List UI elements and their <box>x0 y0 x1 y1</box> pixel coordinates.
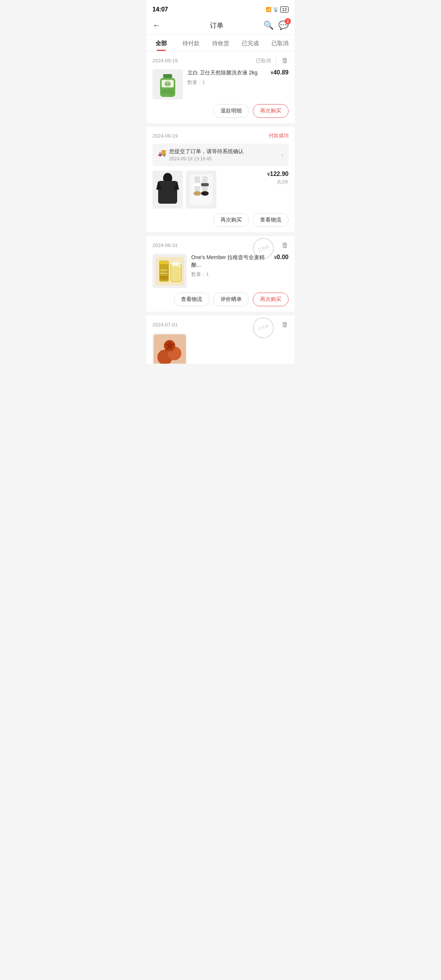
header-actions: 🔍 💬 2 <box>266 21 288 30</box>
svg-rect-16 <box>201 183 209 186</box>
message-badge: 2 <box>285 18 291 24</box>
divider-1 <box>276 58 276 64</box>
svg-text:立白: 立白 <box>165 82 171 86</box>
order-date-3: 2024-08-31 <box>153 242 178 248</box>
svg-rect-15 <box>194 183 201 186</box>
svg-rect-0 <box>163 74 172 78</box>
header: ← 订单 🔍 💬 2 <box>146 17 295 35</box>
svg-point-14 <box>201 191 209 196</box>
delete-button-4[interactable]: 🗑 <box>282 321 288 329</box>
notification-left-2: 🚚 您提交了订单，请等待系统确认 2024-09-19 13:16:45 <box>158 148 244 162</box>
review-button-3[interactable]: 评价晒单 <box>213 293 249 306</box>
order-header-2: 2024-09-19 付款成功 <box>153 132 288 139</box>
tabs-bar: 全部 待付款 待收货 已完成 已取消 <box>146 35 295 51</box>
order-card-2: 2024-09-19 付款成功 🚚 您提交了订单，请等待系统确认 2024-09… <box>146 127 295 232</box>
product-count-2: 共2件 <box>267 179 288 185</box>
svg-text:One's: One's <box>161 269 167 271</box>
svg-text:Member: Member <box>160 272 167 274</box>
logistics-button-2[interactable]: 查看物流 <box>253 213 288 227</box>
product-row-4 <box>153 333 288 364</box>
status-bar: 14:07 📶 📡 13 <box>146 0 295 17</box>
signal-icon: 📶 <box>266 7 271 12</box>
message-icon[interactable]: 💬 2 <box>278 21 288 30</box>
svg-rect-10 <box>190 174 213 205</box>
order-header-1: 2024-09-19 已取消 🗑 <box>153 57 288 65</box>
notification-arrow: › <box>281 152 283 158</box>
notification-content: 您提交了订单，请等待系统确认 2024-09-19 13:16:45 <box>169 148 244 162</box>
orders-list: 2024-09-19 已取消 🗑 立白 立白 卫仕天然除菌 <box>146 51 295 364</box>
order-date-1: 2024-09-19 <box>153 58 178 64</box>
product-price-3: ¥0.00 <box>274 254 288 260</box>
order-header-3: 2024-08-31 已完成 🗑 <box>153 241 288 249</box>
svg-point-25 <box>172 264 175 267</box>
action-buttons-1: 退款明细 再次购买 <box>153 104 288 118</box>
multi-product-images <box>153 170 263 208</box>
delete-button-3[interactable]: 🗑 <box>282 241 288 249</box>
order-date-2: 2024-09-19 <box>153 133 178 139</box>
product-row-3: One's Member One's Member 拉格壹号全麦精酿... 数量… <box>153 254 288 288</box>
delete-button-1[interactable]: 🗑 <box>282 57 288 65</box>
delivery-icon: 🚚 <box>158 149 166 157</box>
order-card-3: 2024-08-31 已完成 🗑 One's Member <box>146 236 295 312</box>
svg-point-27 <box>178 265 181 267</box>
order-header-4: 2024-07-01 已完成 🗑 <box>153 321 288 329</box>
svg-rect-20 <box>160 276 169 280</box>
buy-again-button-3[interactable]: 再次购买 <box>253 293 288 306</box>
product-image-4 <box>153 333 187 364</box>
tab-cancelled[interactable]: 已取消 <box>265 35 295 51</box>
product-image-1: 立白 <box>153 69 183 100</box>
order-card-1: 2024-09-19 已取消 🗑 立白 立白 卫仕天然除菌 <box>146 51 295 123</box>
tab-pending-payment[interactable]: 待付款 <box>176 35 206 51</box>
search-icon[interactable]: 🔍 <box>263 21 274 30</box>
tab-pending-receipt[interactable]: 待收货 <box>206 35 235 51</box>
buy-again-button-2[interactable]: 再次购买 <box>213 213 249 227</box>
product-price-col-2: ¥122.90 共2件 <box>267 170 288 185</box>
product-image-hoodie <box>153 170 183 208</box>
product-price-2: ¥122.90 <box>267 170 288 177</box>
svg-point-13 <box>194 191 201 196</box>
svg-point-26 <box>175 263 178 266</box>
action-buttons-3: 查看物流 评价晒单 再次购买 <box>153 293 288 306</box>
product-price-1: ¥40.89 <box>271 69 288 76</box>
product-price-col-1: ¥40.89 <box>271 69 288 76</box>
product-qty-1: 数量：1 <box>188 79 271 86</box>
product-row-1: 立白 立白 卫仕天然除菌洗衣液 2kg 数量：1 ¥40.89 <box>153 69 288 100</box>
logistics-button-3[interactable]: 查看物流 <box>174 293 210 306</box>
svg-rect-7 <box>158 181 177 204</box>
action-buttons-2: 再次购买 查看物流 <box>153 213 288 227</box>
battery-icon: 13 <box>280 6 288 13</box>
buy-again-button-1[interactable]: 再次购买 <box>253 104 288 118</box>
svg-rect-19 <box>160 261 169 264</box>
socks-illustration <box>188 172 215 207</box>
order-card-4: 2024-07-01 已完成 🗑 <box>146 315 295 364</box>
svg-rect-5 <box>162 89 174 94</box>
wifi-icon: 📡 <box>273 7 279 12</box>
beer-illustration: One's Member <box>154 255 186 287</box>
status-icons: 📶 📡 13 <box>266 6 288 13</box>
status-time: 14:07 <box>153 6 168 13</box>
product-price-col-3: ¥0.00 <box>274 254 288 261</box>
order-date-4: 2024-07-01 <box>153 322 178 328</box>
order-status-1: 已取消 <box>256 57 271 64</box>
product-row-2: ¥122.90 共2件 <box>153 170 288 208</box>
refund-detail-button[interactable]: 退款明细 <box>213 104 249 118</box>
notification-time: 2024-09-19 13:16:45 <box>169 156 244 162</box>
product-illustration-1: 立白 <box>156 70 179 99</box>
product-qty-3: 数量：1 <box>191 271 274 278</box>
product-info-1: 立白 卫仕天然除菌洗衣液 2kg 数量：1 <box>188 69 271 86</box>
notification-text: 您提交了订单，请等待系统确认 <box>169 148 244 155</box>
page-title: 订单 <box>168 21 266 30</box>
hoodie-illustration <box>154 172 181 207</box>
back-button[interactable]: ← <box>153 21 168 30</box>
tab-all[interactable]: 全部 <box>146 35 176 51</box>
product-image-socks <box>186 170 217 208</box>
order-status-2: 付款成功 <box>269 132 288 139</box>
tab-completed[interactable]: 已完成 <box>235 35 265 51</box>
product-image-3: One's Member <box>153 254 187 288</box>
food-illustration <box>154 334 186 364</box>
product-name-1: 立白 卫仕天然除菌洗衣液 2kg <box>188 69 271 77</box>
notification-banner-2[interactable]: 🚚 您提交了订单，请等待系统确认 2024-09-19 13:16:45 › <box>153 144 288 166</box>
